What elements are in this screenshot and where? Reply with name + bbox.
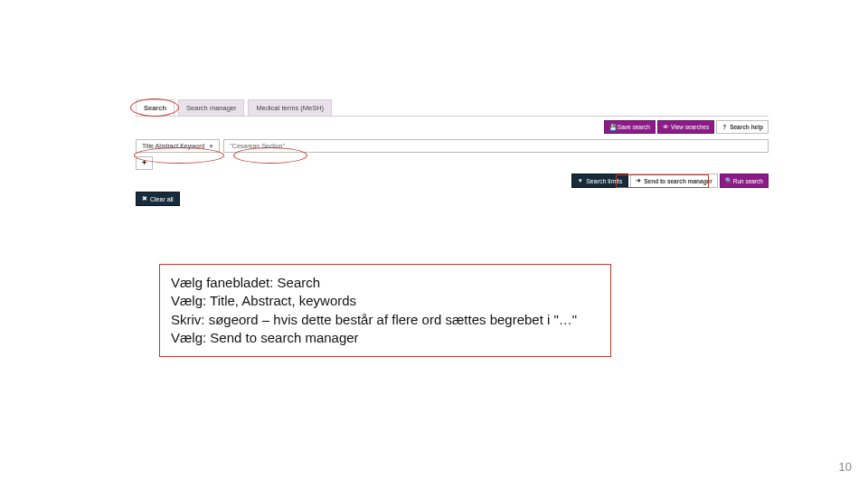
tab-search-manager[interactable]: Search manager xyxy=(178,99,244,116)
instruction-box: Vælg fanebladet: Search Vælg: Title, Abs… xyxy=(159,264,611,357)
send-to-manager-button[interactable]: ➜ Send to search manager xyxy=(630,174,718,188)
dropdown-label: Title Abstract Keyword xyxy=(142,143,204,149)
tab-search[interactable]: Search xyxy=(136,99,175,116)
run-search-label: Run search xyxy=(733,178,763,184)
close-icon: ✖ xyxy=(142,195,147,202)
search-help-label: Search help xyxy=(730,124,763,130)
eye-icon: 👁 xyxy=(663,124,668,130)
search-icon: 🔍 xyxy=(725,177,731,184)
search-limits-label: Search limits xyxy=(586,178,622,184)
instruction-line-3: Skriv: søgeord – hvis dette består af fl… xyxy=(171,311,599,329)
app-screenshot: Search Search manager Medical terms (MeS… xyxy=(136,99,769,206)
search-input[interactable]: "Cesarean Section" xyxy=(223,139,769,153)
search-help-button[interactable]: ? Search help xyxy=(716,120,769,134)
add-row: + xyxy=(136,156,769,170)
question-icon: ? xyxy=(722,124,727,130)
view-searches-label: View searches xyxy=(671,124,709,130)
run-search-button[interactable]: 🔍 Run search xyxy=(720,174,769,188)
save-search-button[interactable]: 💾 Save search xyxy=(604,120,656,134)
clear-all-label: Clear all xyxy=(150,196,174,202)
instruction-line-1: Vælg fanebladet: Search xyxy=(171,274,599,292)
bottom-action-bar: ▾ Search limits ➜ Send to search manager… xyxy=(136,174,769,188)
instruction-line-4: Vælg: Send to search manager xyxy=(171,329,599,347)
tab-underline xyxy=(136,116,769,117)
search-row: Title Abstract Keyword ▼ "Cesarean Secti… xyxy=(136,139,769,153)
view-searches-button[interactable]: 👁 View searches xyxy=(657,120,714,134)
add-line-button[interactable]: + xyxy=(136,156,153,170)
clear-all-button[interactable]: ✖ Clear all xyxy=(136,192,180,206)
tab-bar: Search Search manager Medical terms (MeS… xyxy=(136,99,769,116)
toolbar-right: 💾 Save search 👁 View searches ? Search h… xyxy=(136,120,769,134)
save-icon: 💾 xyxy=(609,124,615,131)
tab-mesh[interactable]: Medical terms (MeSH) xyxy=(248,99,332,116)
clear-row: ✖ Clear all xyxy=(136,192,769,206)
save-search-label: Save search xyxy=(618,124,650,130)
search-limits-button[interactable]: ▾ Search limits xyxy=(571,174,628,188)
search-input-value: "Cesarean Section" xyxy=(230,143,285,149)
page-number: 10 xyxy=(839,460,852,474)
send-to-manager-label: Send to search manager xyxy=(644,178,712,184)
filter-icon: ▾ xyxy=(578,177,583,184)
chevron-down-icon: ▼ xyxy=(208,144,213,149)
instruction-line-2: Vælg: Title, Abstract, keywords xyxy=(171,292,599,310)
arrow-right-icon: ➜ xyxy=(636,177,641,184)
field-dropdown[interactable]: Title Abstract Keyword ▼ xyxy=(136,139,220,153)
